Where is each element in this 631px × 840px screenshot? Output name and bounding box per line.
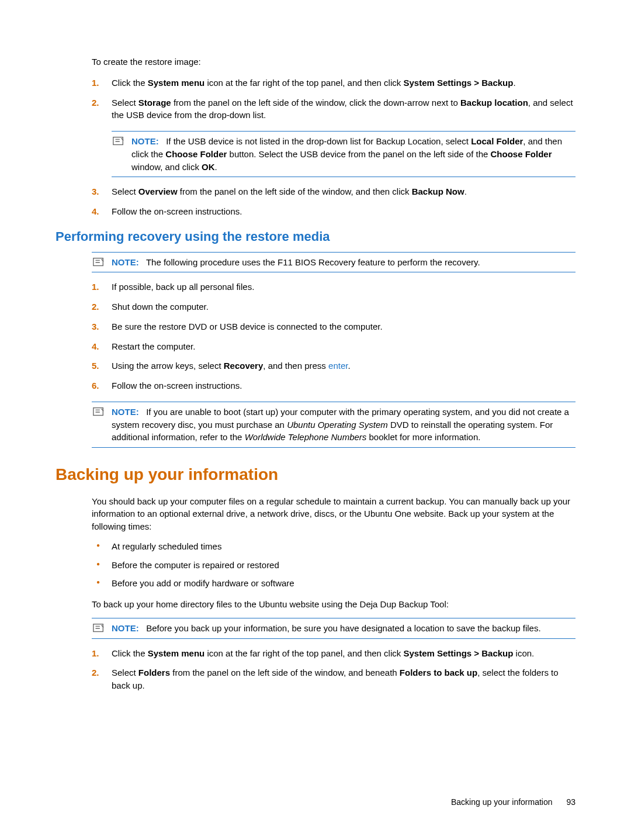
step-number: 3. [92, 185, 99, 198]
step-2: 2. Select Storage from the panel on the … [92, 96, 575, 122]
step-5: 5. Using the arrow keys, select Recovery… [92, 359, 575, 372]
recovery-steps: 1. If possible, back up all personal fil… [92, 281, 575, 392]
note-content: NOTE: If you are unable to boot (start u… [112, 407, 569, 443]
backup-steps: 1. Click the System menu icon at the far… [92, 647, 575, 692]
step-number: 4. [92, 205, 99, 218]
step-number: 6. [92, 379, 99, 392]
note-icon [112, 135, 126, 148]
note-f11-recovery: NOTE: The following procedure uses the F… [92, 252, 575, 273]
step-2: 2. Shut down the computer. [92, 300, 575, 313]
heading-backup-info: Backing up your information [56, 463, 575, 487]
step-number: 3. [92, 320, 99, 333]
backup-intro-para: You should back up your computer files o… [92, 495, 575, 533]
step-text: Select Folders from the panel on the lef… [112, 668, 559, 690]
step-number: 2. [92, 666, 99, 679]
step-number: 1. [92, 281, 99, 293]
restore-image-steps: 1. Click the System menu icon at the far… [92, 77, 575, 122]
step-text: Select Overview from the panel on the le… [112, 186, 467, 196]
note-backup-location: NOTE: Before you back up your informatio… [92, 618, 575, 639]
list-item: Before you add or modify hardware or sof… [92, 577, 575, 590]
note-content: NOTE: If the USB device is not listed in… [131, 136, 562, 172]
note-icon [92, 622, 106, 635]
step-1: 1. Click the System menu icon at the far… [92, 77, 575, 89]
step-6: 6. Follow the on-screen instructions. [92, 379, 575, 392]
step-number: 5. [92, 359, 99, 372]
step-text: Select Storage from the panel on the lef… [112, 98, 573, 120]
step-1: 1. If possible, back up all personal fil… [92, 281, 575, 293]
step-text: Using the arrow keys, select Recovery, a… [112, 361, 351, 371]
step-1: 1. Click the System menu icon at the far… [92, 647, 575, 660]
page-footer: Backing up your information 93 [451, 796, 575, 808]
step-text: Be sure the restore DVD or USB device is… [112, 322, 383, 331]
note-icon [92, 406, 106, 419]
step-text: Restart the computer. [112, 341, 195, 351]
note-unable-boot: NOTE: If you are unable to boot (start u… [92, 402, 575, 448]
step-2: 2. Select Folders from the panel on the … [92, 666, 575, 692]
step-text: If possible, back up all personal files. [112, 282, 254, 292]
page-number: 93 [566, 797, 575, 807]
backup-times-list: At regularly scheduled times Before the … [92, 540, 575, 590]
step-number: 1. [92, 77, 99, 89]
step-number: 2. [92, 300, 99, 313]
intro-text: To create the restore image: [92, 56, 575, 68]
restore-image-steps-cont: 3. Select Overview from the panel on the… [92, 185, 575, 218]
list-item: Before the computer is repaired or resto… [92, 559, 575, 572]
step-text: Click the System menu icon at the far ri… [112, 78, 516, 88]
footer-title: Backing up your information [451, 797, 553, 807]
note-icon [92, 256, 106, 269]
step-4: 4. Restart the computer. [92, 340, 575, 353]
step-number: 4. [92, 340, 99, 353]
note-content: NOTE: Before you back up your informatio… [112, 623, 541, 633]
step-text: Follow the on-screen instructions. [112, 206, 242, 216]
note-usb-location: NOTE: If the USB device is not listed in… [112, 131, 575, 177]
step-text: Shut down the computer. [112, 302, 209, 312]
step-text: Click the System menu icon at the far ri… [112, 648, 534, 658]
list-item: At regularly scheduled times [92, 540, 575, 553]
step-number: 1. [92, 647, 99, 660]
step-3: 3. Be sure the restore DVD or USB device… [92, 320, 575, 333]
step-number: 2. [92, 96, 99, 109]
step-3: 3. Select Overview from the panel on the… [92, 185, 575, 198]
step-4: 4. Follow the on-screen instructions. [92, 205, 575, 218]
note-content: NOTE: The following procedure uses the F… [112, 257, 480, 267]
step-text: Follow the on-screen instructions. [112, 381, 242, 390]
heading-recovery: Performing recovery using the restore me… [56, 227, 575, 246]
backup-howto-para: To back up your home directory files to … [92, 598, 575, 611]
